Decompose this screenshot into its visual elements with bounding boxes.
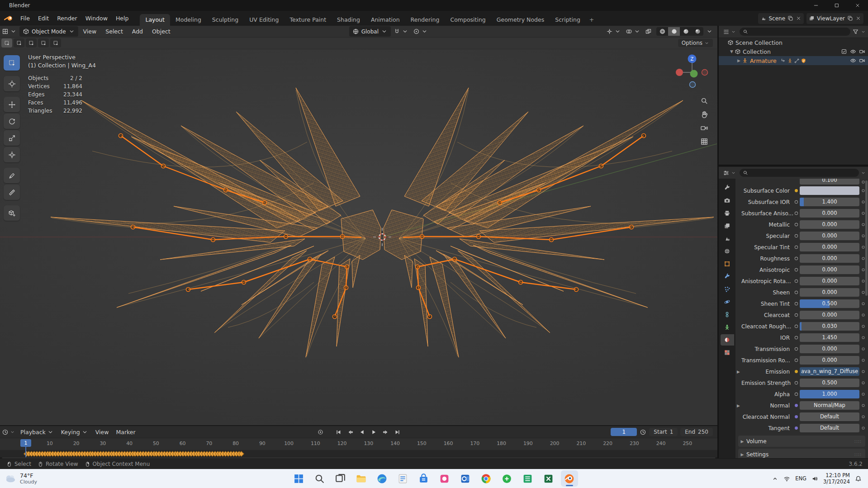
input-socket-icon[interactable] [793,188,800,193]
playhead-line[interactable] [25,447,26,457]
viewport-menu-view[interactable]: View [79,27,101,37]
taskbar-icon-app-light[interactable] [394,470,412,487]
add-workspace-button[interactable]: + [586,14,598,26]
auto-keying-toggle[interactable] [315,428,325,436]
properties-tab-tool[interactable] [721,182,734,194]
tool-annotate[interactable] [4,168,20,183]
timeline-ruler[interactable]: 1020304050607080901001101201301401501601… [0,438,717,450]
maximize-button[interactable] [826,0,847,11]
blender-logo-icon[interactable] [4,15,14,22]
property-field-sheen[interactable]: 0.000 [800,288,859,297]
pan-hand-icon[interactable] [700,110,708,118]
outliner-editor-type-button[interactable] [721,28,738,36]
chevron-down-icon[interactable] [861,29,866,34]
next-keyframe-button[interactable] [380,428,390,436]
orthographic-grid-icon[interactable] [700,137,708,146]
property-field-clearcoat-rough-[interactable]: 0.030 [800,322,859,331]
input-socket-icon[interactable] [793,426,800,431]
input-socket-icon[interactable] [793,279,800,284]
property-field-sheen-tint[interactable]: 0.500 [800,299,859,308]
property-field-subsurface-ior[interactable]: 1.400 [800,198,859,206]
menu-file[interactable]: File [16,14,34,24]
network-icon[interactable] [783,475,790,482]
input-socket-icon[interactable] [793,380,800,385]
start-frame-field[interactable]: Start 1 [649,428,678,436]
properties-tab-modifiers[interactable] [721,271,734,282]
viewport-menu-select[interactable]: Select [101,27,127,37]
select-mode-3[interactable] [38,38,49,47]
use-preview-range-icon[interactable] [640,429,646,436]
viewport-editor-type-button[interactable] [0,27,19,36]
property-field-specular[interactable]: 0.000 [800,232,859,240]
new-icon[interactable] [787,15,793,21]
property-field-emission[interactable]: ava_n_wing_7_Diffuse [800,367,859,376]
property-field-anisotropic-rota-[interactable]: 0.000 [800,277,859,285]
input-socket-icon[interactable] [793,245,800,250]
property-expander[interactable]: ▶ [735,370,741,374]
tab-texture-paint[interactable]: Texture Paint [284,14,332,26]
zoom-icon[interactable] [700,97,708,105]
camera-icon[interactable] [859,57,865,64]
hidden-icons-chevron[interactable] [772,475,778,482]
taskbar-clock[interactable]: 12:10 PM 3/17/2024 [823,472,850,485]
timeline-menu-marker[interactable]: Marker [112,429,139,436]
shading-dropdown[interactable] [704,27,715,36]
navigation-gizmo[interactable]: Z [672,52,712,94]
outliner-search-input[interactable] [750,28,847,35]
tab-modeling[interactable]: Modeling [170,14,207,26]
properties-tab-texture[interactable] [721,347,734,358]
taskbar-icon-app-pink[interactable] [436,470,453,487]
tool-transform[interactable] [4,147,20,162]
properties-tab-physics[interactable] [721,296,734,308]
input-socket-icon[interactable] [793,256,800,261]
outliner-search[interactable] [740,28,850,36]
end-frame-field[interactable]: End 250 [680,428,713,436]
viewlayer-selector[interactable]: ViewLayer [806,13,863,24]
property-field-roughness[interactable]: 0.000 [800,254,859,263]
play-button[interactable] [369,428,379,436]
overlays-toggle[interactable] [624,27,642,36]
property-field-subsurface-aniso-[interactable]: 0.000 [800,209,859,218]
menu-render[interactable]: Render [53,14,81,24]
minimize-button[interactable] [806,0,826,11]
options-button[interactable]: Options [678,39,713,47]
tab-rendering[interactable]: Rendering [405,14,445,26]
input-socket-icon[interactable] [793,233,800,238]
properties-tab-object-data[interactable] [721,322,734,333]
xray-toggle[interactable] [643,27,654,36]
eye-icon[interactable] [850,57,856,64]
properties-scroll-thumb[interactable] [865,180,868,296]
input-socket-icon[interactable] [793,369,800,374]
timeline-menu-playback[interactable]: Playback [17,429,57,436]
property-field-ior[interactable]: 1.450 [800,333,859,342]
input-socket-icon[interactable] [793,346,800,351]
viewport-canvas[interactable] [0,37,717,425]
timeline-keyframes[interactable] [0,450,717,457]
taskbar-icon-file-explorer[interactable] [353,470,370,487]
language-indicator[interactable]: ENG [795,475,806,482]
checkbox-icon[interactable] [841,48,847,55]
properties-tab-object[interactable] [721,258,734,270]
unlink-icon[interactable] [796,15,802,21]
tool-cursor[interactable] [4,76,20,91]
tool-scale[interactable] [4,130,20,146]
playhead[interactable]: 1 [20,439,31,447]
section-settings[interactable]: ▶Settings:::: [738,449,865,459]
properties-tab-view-layer[interactable] [721,220,734,232]
select-mode-4[interactable] [50,38,61,47]
properties-search-input[interactable] [750,169,856,176]
tab-animation[interactable]: Animation [365,14,405,26]
viewport-3d[interactable]: Options User Perspective (1) Collection … [0,37,717,425]
tool-measure[interactable] [4,185,20,200]
mode-dropdown[interactable]: Object Mode [19,26,78,37]
eye-icon[interactable] [850,48,856,55]
current-frame-field[interactable]: 1 [611,428,637,436]
tab-layout[interactable]: Layout [140,14,170,26]
input-socket-icon[interactable] [793,414,800,419]
jump-to-end-button[interactable] [392,428,402,436]
tab-sculpting[interactable]: Sculpting [207,14,244,26]
property-field-transmission[interactable]: 0.000 [800,345,859,353]
camera-view-icon[interactable] [700,124,708,132]
timeline-editor-type-button[interactable] [0,428,17,436]
taskbar-icon-outlook[interactable] [457,470,474,487]
